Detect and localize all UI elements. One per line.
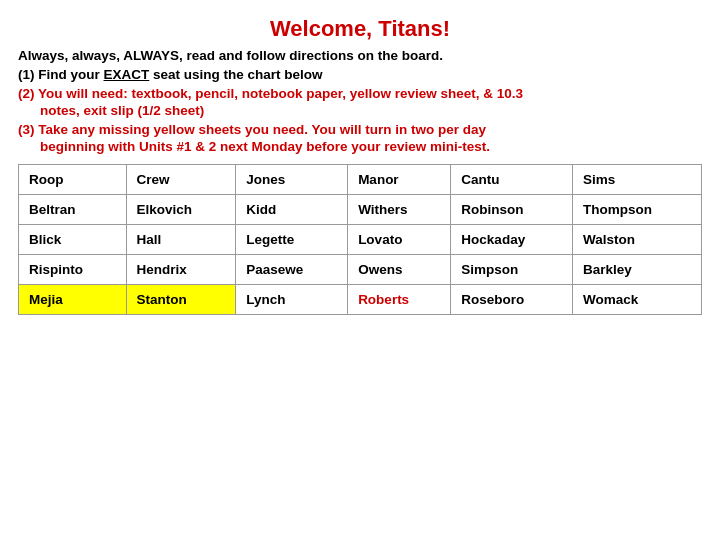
table-cell: Hendrix: [126, 255, 236, 285]
table-cell: Paasewe: [236, 255, 348, 285]
table-cell: Roseboro: [451, 285, 573, 315]
table-cell: Lovato: [348, 225, 451, 255]
table-cell: Lynch: [236, 285, 348, 315]
line2-suffix: seat using the chart below: [149, 67, 322, 82]
table-cell: Crew: [126, 165, 236, 195]
table-cell: Hockaday: [451, 225, 573, 255]
seating-chart: RoopCrewJonesManorCantuSimsBeltranElkovi…: [18, 164, 702, 315]
table-cell: Robinson: [451, 195, 573, 225]
line2-prefix: (1) Find your: [18, 67, 104, 82]
table-cell: Stanton: [126, 285, 236, 315]
table-cell: Elkovich: [126, 195, 236, 225]
table-cell: Sims: [572, 165, 701, 195]
instruction-line1: Always, always, ALWAYS, read and follow …: [18, 48, 702, 63]
table-cell: Womack: [572, 285, 701, 315]
table-cell: Walston: [572, 225, 701, 255]
table-cell: Simpson: [451, 255, 573, 285]
instruction-line2: (1) Find your EXACT seat using the chart…: [18, 67, 702, 82]
table-cell: Mejia: [19, 285, 127, 315]
table-cell: Roberts: [348, 285, 451, 315]
table-cell: Blick: [19, 225, 127, 255]
table-cell: Beltran: [19, 195, 127, 225]
table-cell: Hall: [126, 225, 236, 255]
table-cell: Cantu: [451, 165, 573, 195]
table-cell: Owens: [348, 255, 451, 285]
instruction-line4: (3) Take any missing yellow sheets you n…: [18, 122, 702, 137]
table-cell: Withers: [348, 195, 451, 225]
table-cell: Roop: [19, 165, 127, 195]
instruction-line3b: notes, exit slip (1/2 sheet): [18, 103, 702, 118]
line2-underline: EXACT: [104, 67, 150, 82]
table-cell: Rispinto: [19, 255, 127, 285]
table-cell: Jones: [236, 165, 348, 195]
table-cell: Manor: [348, 165, 451, 195]
table-cell: Kidd: [236, 195, 348, 225]
page-title: Welcome, Titans!: [18, 16, 702, 42]
table-cell: Legette: [236, 225, 348, 255]
table-cell: Thompson: [572, 195, 701, 225]
table-cell: Barkley: [572, 255, 701, 285]
instruction-line4b: beginning with Units #1 & 2 next Monday …: [18, 139, 702, 154]
instruction-line3: (2) You will need: textbook, pencil, not…: [18, 86, 702, 101]
